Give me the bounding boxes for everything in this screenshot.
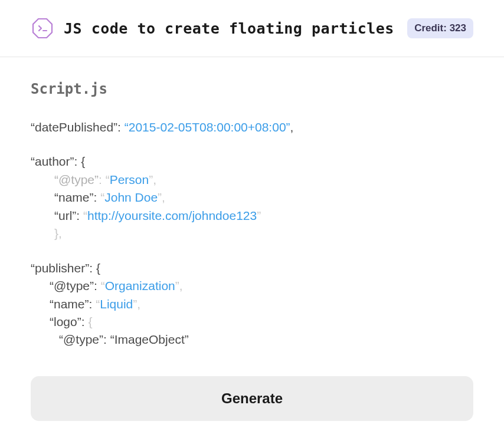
code-key: “datePublished” — [31, 120, 117, 134]
code-key: “logo” — [50, 315, 81, 328]
code-section-author: “author”: { “@type”: “Person”, “name”: “… — [31, 153, 473, 242]
content: Script.js “datePublished”: “2015-02-05T0… — [0, 57, 504, 435]
credit-badge: Credit: 323 — [407, 18, 473, 38]
page-title: JS code to create floating particles — [64, 20, 394, 37]
script-filename: Script.js — [31, 81, 473, 97]
code-key: “author” — [31, 154, 74, 168]
code-section-publisher: “publisher”: { “@type”: “Organization”, … — [31, 259, 473, 349]
credit-value: 323 — [450, 22, 466, 34]
code-key: “name” — [54, 190, 94, 204]
credit-label: Credit: — [414, 22, 450, 34]
code-value: “ImageObject” — [110, 333, 189, 346]
code-key: “@type” — [59, 333, 103, 346]
code-key: “url” — [54, 209, 76, 222]
code-value: Liquid — [100, 297, 133, 311]
header-left: JS code to create floating particles — [31, 17, 394, 40]
code-value: Organization — [105, 279, 175, 292]
code-value: “2015-02-05T08:00:00+08:00” — [125, 120, 290, 134]
header: JS code to create floating particles Cre… — [0, 0, 504, 57]
code-value: Person — [110, 173, 149, 186]
code-value: http://yoursite.com/johndoe123 — [87, 209, 257, 222]
logo-icon — [31, 17, 54, 40]
code-key: “publisher” — [31, 261, 89, 275]
code-section-datepublished: “datePublished”: “2015-02-05T08:00:00+08… — [31, 119, 473, 136]
code-key: “@type” — [54, 173, 99, 186]
code-key: “@type” — [50, 279, 94, 292]
generate-button[interactable]: Generate — [31, 376, 473, 421]
code-block: “datePublished”: “2015-02-05T08:00:00+08… — [31, 119, 473, 349]
code-value: John Doe — [104, 190, 158, 204]
code-key: “name” — [50, 297, 89, 311]
